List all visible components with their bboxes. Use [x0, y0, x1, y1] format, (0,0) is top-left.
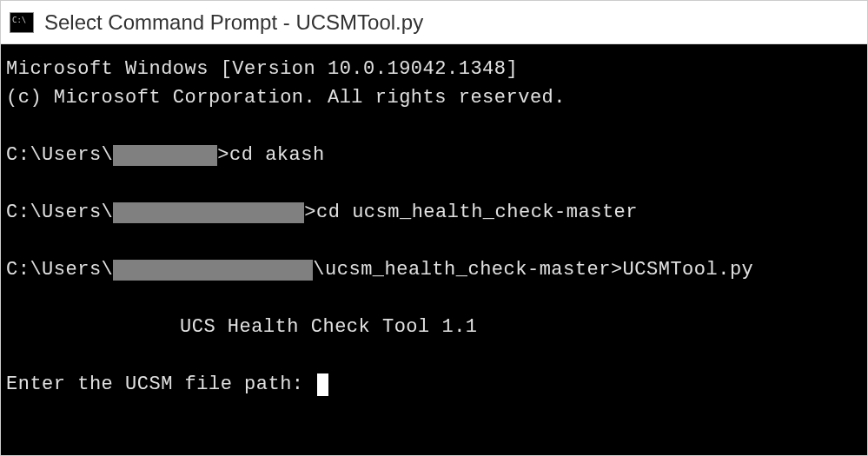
blank-line	[6, 169, 862, 198]
prompt-line-3: C:\Users\\ucsm_health_check-master>UCSMT…	[6, 255, 862, 284]
blank-line	[6, 341, 862, 370]
titlebar[interactable]: Select Command Prompt - UCSMTool.py	[1, 1, 867, 44]
blank-line	[6, 284, 862, 313]
window-title: Select Command Prompt - UCSMTool.py	[44, 10, 423, 35]
os-version-line: Microsoft Windows [Version 10.0.19042.13…	[6, 55, 862, 83]
input-prompt-line[interactable]: Enter the UCSM file path:	[6, 370, 862, 399]
redacted-path	[113, 260, 313, 281]
prompt-line-2: C:\Users\>cd ucsm_health_check-master	[6, 198, 862, 227]
redacted-username	[113, 145, 217, 166]
blank-line	[6, 112, 862, 141]
command-prompt-window: Select Command Prompt - UCSMTool.py Micr…	[0, 0, 868, 456]
blank-line	[6, 227, 862, 255]
redacted-path	[113, 202, 304, 223]
prompt-line-1: C:\Users\>cd akash	[6, 141, 862, 169]
copyright-line: (c) Microsoft Corporation. All rights re…	[6, 83, 862, 112]
tool-banner: UCS Health Check Tool 1.1	[6, 313, 862, 341]
terminal-area[interactable]: Microsoft Windows [Version 10.0.19042.13…	[1, 44, 867, 455]
cursor-icon	[317, 373, 328, 396]
cmd-icon	[10, 12, 34, 33]
input-prompt-label: Enter the UCSM file path:	[6, 370, 315, 399]
